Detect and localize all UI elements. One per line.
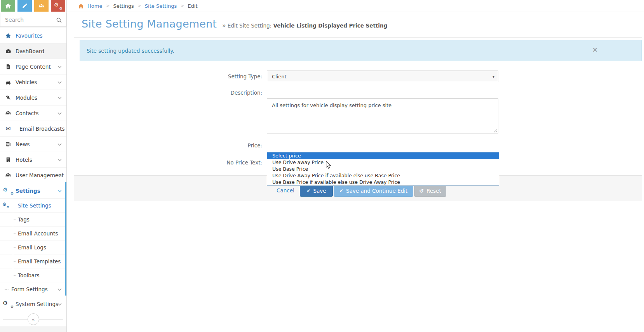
submenu-stub — [13, 233, 17, 234]
sidebar-item-favourites[interactable]: Favourites — [0, 28, 66, 43]
sidebar-item-label: Email Accounts — [18, 230, 58, 237]
description-textarea[interactable]: All settings for vehicle display setting… — [267, 99, 498, 133]
page-icon — [3, 64, 13, 70]
sidebar-item-email-accounts[interactable]: Email Accounts — [0, 226, 66, 240]
submenu-stub — [13, 261, 17, 262]
submenu-stub — [13, 220, 17, 220]
contacts-button[interactable] — [34, 0, 49, 12]
chevron-down-icon — [57, 143, 62, 146]
chevron-down-icon — [57, 66, 62, 68]
chevron-down-icon — [57, 97, 62, 99]
dropdown-option-drive-away-else-base[interactable]: Use Drive Away Price if available else u… — [267, 172, 499, 179]
app-screen: ⚙⚙ Favourites DashBoard — [0, 0, 644, 332]
chevron-down-icon — [57, 288, 62, 291]
description-value: All settings for vehicle display setting… — [272, 102, 392, 108]
sidebar-item-label: Page Content — [16, 64, 51, 70]
dropdown-option-select-price[interactable]: Select price — [267, 152, 499, 159]
chevron-down-icon — [57, 190, 62, 192]
description-label: Description: — [184, 90, 262, 96]
search-input[interactable] — [0, 13, 56, 26]
hotel-icon — [3, 157, 13, 163]
alert-message: Site setting updated successfully. — [87, 48, 174, 54]
edit-button[interactable] — [17, 0, 32, 12]
save-button[interactable]: ✔ Save — [300, 185, 333, 197]
submenu-stub — [13, 275, 17, 276]
home-button[interactable] — [1, 0, 15, 12]
double-arrow-glyph: » — [222, 22, 226, 29]
sidebar-item-email-broadcasts[interactable]: ✉ Email Broadcasts — [0, 121, 66, 136]
sidebar-item-vehicles[interactable]: Vehicles — [0, 74, 66, 90]
sidebar-item-label: News — [16, 141, 30, 147]
chevron-down-icon — [57, 303, 62, 306]
breadcrumb-separator: > — [106, 3, 110, 9]
pencil-icon — [22, 3, 28, 9]
sidebar-item-label: Contacts — [16, 110, 39, 116]
sidebar-item-settings[interactable]: ⚙⚙ Settings — [0, 183, 66, 198]
dashboard-icon — [3, 48, 13, 54]
breadcrumb-settings: Settings — [113, 3, 134, 9]
settings-active-bar — [65, 182, 66, 296]
dropdown-option-base-else-drive-away[interactable]: Use Base Price if available else use Dri… — [267, 179, 499, 185]
sidebar-footer — [0, 326, 66, 332]
sidebar-quick-buttons: ⚙⚙ — [0, 0, 66, 12]
sidebar-item-label: DashBoard — [16, 48, 44, 54]
check-icon: ✔ — [306, 188, 310, 194]
no-price-text-label: No Price Text: — [184, 159, 262, 166]
undo-icon: ↺ — [419, 188, 424, 194]
sidebar-item-tags[interactable]: Tags — [0, 212, 66, 226]
car-icon — [3, 79, 13, 85]
chevron-down-icon — [57, 112, 62, 115]
sidebar-item-modules[interactable]: Modules — [0, 90, 66, 105]
sidebar-item-page-content[interactable]: Page Content — [0, 59, 66, 74]
reset-button[interactable]: ↺ Reset — [414, 185, 446, 197]
page-subtitle-value: Vehicle Listing Displayed Price Setting — [273, 22, 387, 29]
breadcrumb-site-settings[interactable]: Site Settings — [145, 3, 177, 9]
sidebar-item-email-logs[interactable]: Email Logs — [0, 240, 66, 254]
breadcrumb-home[interactable]: Home — [87, 3, 102, 9]
cancel-button[interactable]: Cancel — [277, 187, 294, 194]
gears-icon: ⚙⚙ — [3, 202, 9, 208]
sidebar-collapse-button[interactable]: « — [28, 313, 39, 325]
plug-icon — [3, 95, 13, 101]
sidebar-item-label: Hotels — [16, 157, 32, 163]
sidebar-item-label: System Settings — [16, 301, 58, 307]
sidebar-item-form-settings[interactable]: Form Settings — [0, 282, 66, 296]
sidebar-item-news[interactable]: News — [0, 136, 66, 152]
star-icon — [3, 33, 13, 39]
page-subtitle-label: Edit Site Setting: — [228, 22, 272, 29]
sidebar-item-email-templates[interactable]: Email Templates — [0, 254, 66, 268]
sidebar-item-label: Email Logs — [18, 244, 46, 251]
sidebar-item-user-management[interactable]: User Management — [0, 167, 66, 183]
gears-icon: ⚙⚙ — [55, 3, 62, 9]
sidebar-item-system-settings[interactable]: ⚙⚙ System Settings — [0, 296, 66, 311]
gears-icon: ⚙⚙ — [3, 301, 13, 307]
dropdown-option-base-price[interactable]: Use Base Price — [267, 166, 499, 172]
sidebar-item-label: Modules — [16, 95, 37, 101]
setting-type-value: Client — [272, 74, 287, 80]
sidebar-item-hotels[interactable]: Hotels — [0, 152, 66, 167]
caret-down-icon: ▾ — [493, 74, 494, 79]
sidebar-item-label: Form Settings — [11, 286, 48, 292]
page-title: Site Setting Management — [82, 18, 217, 30]
resize-grip-icon[interactable] — [493, 128, 498, 133]
sidebar-item-toolbars[interactable]: Toolbars — [0, 268, 66, 282]
save-and-continue-label: Save and Continue Edit — [346, 188, 407, 194]
close-icon[interactable]: × — [592, 47, 598, 53]
check-icon: ✔ — [339, 188, 343, 194]
sidebar-item-dashboard[interactable]: DashBoard — [0, 43, 66, 59]
page-subtitle: » Edit Site Setting: Vehicle Listing Dis… — [222, 22, 387, 29]
users-icon — [38, 3, 45, 9]
sidebar-item-contacts[interactable]: Contacts — [0, 105, 66, 121]
dropdown-option-drive-away[interactable]: Use Drive away Price — [267, 159, 499, 166]
save-and-continue-button[interactable]: ✔ Save and Continue Edit — [334, 185, 413, 197]
save-button-label: Save — [313, 188, 326, 194]
submenu-stub — [13, 247, 17, 248]
sidebar: ⚙⚙ Favourites DashBoard — [0, 0, 67, 332]
sidebar-item-site-settings[interactable]: ⚙⚙ Site Settings — [0, 198, 66, 212]
settings-button[interactable]: ⚙⚙ — [51, 0, 65, 12]
gears-icon: ⚙⚙ — [3, 188, 13, 194]
setting-type-select[interactable]: Client ▾ — [267, 71, 498, 82]
main-content: Home > Settings > Site Settings > Edit S… — [67, 0, 644, 332]
sidebar-collapse-control: « — [0, 313, 66, 326]
breadcrumb: Home > Settings > Site Settings > Edit — [67, 0, 644, 12]
